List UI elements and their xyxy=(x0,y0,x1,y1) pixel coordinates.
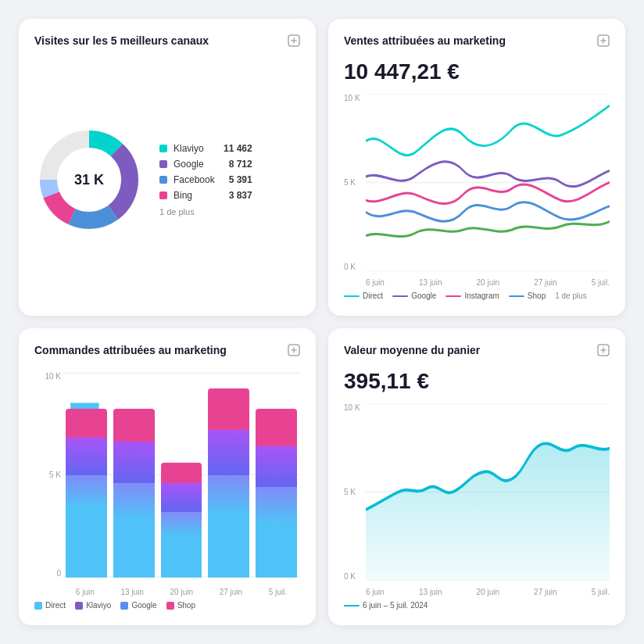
donut-section: 31 K Klaviyo 11 462 Google 8 712 Faceboo… xyxy=(34,59,300,300)
basket-legend-line xyxy=(344,605,360,606)
card-orders-title: Commandes attribuées au marketing xyxy=(34,344,227,356)
orders-legend-shop: Shop xyxy=(166,601,195,610)
basket-legend-item: 6 juin – 5 juil. 2024 xyxy=(344,601,428,610)
legend-value-2: 5 391 xyxy=(221,174,252,185)
legend-line-direct xyxy=(344,295,360,297)
card-basket-title: Valeur moyenne du panier xyxy=(344,344,480,356)
orders-y-labels: 10 K 5 K 0 xyxy=(34,372,61,578)
legend-line-google xyxy=(392,295,408,297)
legend-value-1: 8 712 xyxy=(221,159,252,170)
orders-legend-dot-direct xyxy=(34,602,42,610)
legend-instagram: Instagram xyxy=(445,292,499,300)
donut-chart: 31 K xyxy=(34,125,144,234)
legend-label-3: Bing xyxy=(174,190,192,201)
basket-chart-plot xyxy=(366,403,610,581)
legend-dot-google xyxy=(159,160,167,168)
card-orders: Commandes attribuées au marketing 10 K 5… xyxy=(19,328,316,625)
orders-legend-google: Google xyxy=(120,601,156,610)
legend-item-1: Google 8 712 xyxy=(159,159,252,170)
orders-legend-klaviyo: Klaviyo xyxy=(75,601,111,610)
donut-center-value: 31 K xyxy=(74,172,104,188)
basket-legend: 6 juin – 5 juil. 2024 xyxy=(344,601,610,610)
card-visits-title: Visites sur les 5 meilleurs canaux xyxy=(34,34,209,47)
legend-item-0: Klaviyo 11 462 xyxy=(159,143,252,154)
orders-bar-chart: 10 K 5 K 0 xyxy=(34,372,300,596)
orders-legend: Direct Klaviyo Google Shop xyxy=(34,601,300,610)
export-icon-4[interactable] xyxy=(597,344,610,360)
card-basket: Valeur moyenne du panier 395,11 € 10 K 5… xyxy=(328,328,625,625)
legend-item-3: Bing 3 837 xyxy=(159,190,252,201)
card-basket-header: Valeur moyenne du panier xyxy=(344,344,610,360)
sales-chart-legend: Direct Google Instagram Shop 1 de plus xyxy=(344,292,610,300)
export-icon-3[interactable] xyxy=(288,344,300,360)
basket-chart-area: 10 K 5 K 0 K xyxy=(344,403,610,596)
legend-dot-klaviyo xyxy=(159,145,167,152)
legend-dot-bing xyxy=(159,191,167,199)
legend-direct: Direct xyxy=(344,292,383,300)
sales-chart-area: 10 K 5 K 0 K xyxy=(344,94,610,287)
legend-line-shop xyxy=(509,295,524,297)
legend-dot-facebook xyxy=(159,176,167,184)
card-sales-header: Ventes attribuées au marketing xyxy=(344,34,610,50)
card-orders-header: Commandes attribuées au marketing xyxy=(34,344,300,360)
legend-more-sales: 1 de plus xyxy=(555,292,587,300)
legend-shop: Shop xyxy=(509,292,546,300)
basket-x-labels: 6 juin 13 juin 20 juin 27 juin 5 juil. xyxy=(366,588,610,596)
sales-y-labels: 10 K 5 K 0 K xyxy=(344,94,366,271)
card-visits-header: Visites sur les 5 meilleurs canaux xyxy=(34,34,300,50)
legend-value-3: 3 837 xyxy=(221,190,252,201)
card-sales: Ventes attribuées au marketing 10 447,21… xyxy=(328,19,625,316)
orders-bar-plot xyxy=(63,372,300,578)
basket-big-number: 395,11 € xyxy=(344,369,610,394)
legend-item-2: Facebook 5 391 xyxy=(159,174,252,185)
orders-x-labels: 6 juin 13 juin 20 juin 27 juin 5 juil. xyxy=(63,588,300,596)
basket-y-labels: 10 K 5 K 0 K xyxy=(344,403,366,581)
sales-big-number: 10 447,21 € xyxy=(344,59,610,84)
orders-legend-dot-klaviyo xyxy=(75,602,83,610)
legend-line-instagram xyxy=(445,295,461,297)
legend-value-0: 11 462 xyxy=(221,143,252,154)
card-sales-title: Ventes attribuées au marketing xyxy=(344,34,506,47)
orders-legend-dot-shop xyxy=(166,602,174,610)
orders-legend-dot-google xyxy=(120,602,128,610)
legend-label-1: Google xyxy=(174,159,204,170)
legend-label-0: Klaviyo xyxy=(174,143,204,154)
card-visits: Visites sur les 5 meilleurs canaux xyxy=(19,19,316,316)
sales-chart-plot xyxy=(366,94,610,271)
export-icon-2[interactable] xyxy=(597,34,610,50)
legend-more: 1 de plus xyxy=(159,207,252,216)
basket-legend-label: 6 juin – 5 juil. 2024 xyxy=(363,601,428,610)
legend-google: Google xyxy=(392,292,436,300)
donut-legend: Klaviyo 11 462 Google 8 712 Facebook 5 3… xyxy=(159,143,252,216)
sales-x-labels: 6 juin 13 juin 20 juin 27 juin 5 juil. xyxy=(366,278,610,287)
export-icon-1[interactable] xyxy=(288,34,300,50)
legend-label-2: Facebook xyxy=(174,174,215,185)
dashboard: Visites sur les 5 meilleurs canaux xyxy=(0,0,644,644)
orders-legend-direct: Direct xyxy=(34,601,66,610)
